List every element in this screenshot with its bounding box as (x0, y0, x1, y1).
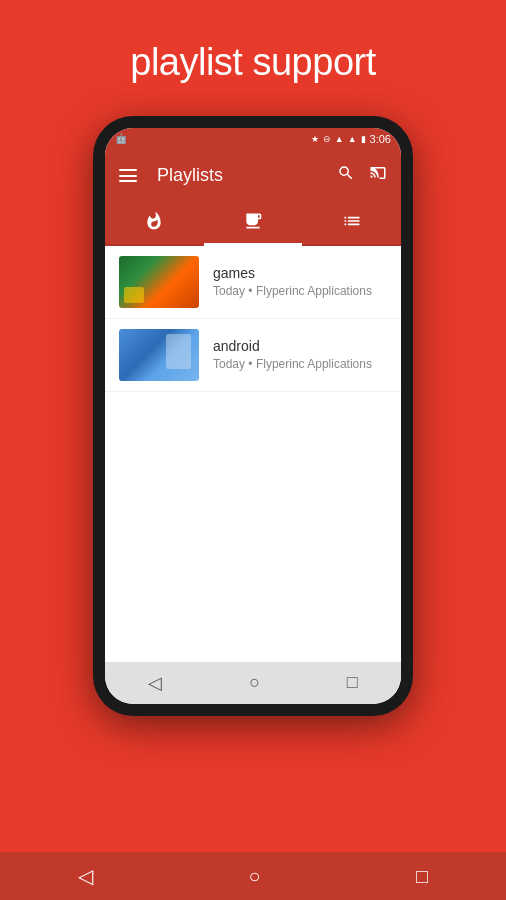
headline: playlist support (130, 40, 375, 86)
thumbnail-android (119, 329, 199, 381)
hamburger-menu-button[interactable] (119, 169, 137, 182)
playlist-item-android[interactable]: android Today • Flyperinc Applications (105, 319, 401, 392)
bottom-nav: ◁ ○ □ (105, 662, 401, 704)
item-subtitle-android: Today • Flyperinc Applications (213, 357, 372, 371)
fire-icon (144, 211, 164, 235)
recent-button[interactable]: □ (347, 672, 358, 693)
status-time: 3:06 (370, 133, 391, 145)
phone-wrapper: 🤖 ★ ⊖ ▲ ▲ ▮ 3:06 Playlists (93, 116, 413, 736)
item-title-android: android (213, 338, 372, 354)
status-left-icons: 🤖 (115, 133, 127, 144)
tab-playlists[interactable] (302, 202, 401, 244)
page-recent-button[interactable]: □ (416, 865, 428, 888)
playlist-item-games[interactable]: games Today • Flyperinc Applications (105, 246, 401, 319)
tab-bar (105, 202, 401, 246)
item-info-android: android Today • Flyperinc Applications (213, 338, 372, 371)
status-bar: 🤖 ★ ⊖ ▲ ▲ ▮ 3:06 (105, 128, 401, 150)
status-right-info: ★ ⊖ ▲ ▲ ▮ 3:06 (311, 133, 391, 145)
page-bottom-bar: ◁ ○ □ (0, 852, 506, 900)
cast-button[interactable] (369, 164, 387, 187)
battery-icon: ▮ (361, 134, 366, 144)
subscriptions-icon (243, 211, 263, 235)
app-bar-actions (337, 164, 387, 187)
thumbnail-games (119, 256, 199, 308)
do-not-disturb-icon: ⊖ (323, 134, 331, 144)
home-button[interactable]: ○ (249, 672, 260, 693)
page-home-button[interactable]: ○ (248, 865, 260, 888)
android-icon: 🤖 (115, 133, 127, 144)
app-bar-title: Playlists (157, 165, 337, 186)
bluetooth-icon: ★ (311, 134, 319, 144)
item-title-games: games (213, 265, 372, 281)
tab-trending[interactable] (105, 202, 204, 244)
wifi-icon: ▲ (335, 134, 344, 144)
item-info-games: games Today • Flyperinc Applications (213, 265, 372, 298)
search-button[interactable] (337, 164, 355, 187)
tab-subscriptions[interactable] (204, 202, 303, 244)
phone-screen: 🤖 ★ ⊖ ▲ ▲ ▮ 3:06 Playlists (105, 128, 401, 704)
back-button[interactable]: ◁ (148, 672, 162, 694)
app-bar: Playlists (105, 150, 401, 202)
playlist-content: games Today • Flyperinc Applications and… (105, 246, 401, 662)
item-subtitle-games: Today • Flyperinc Applications (213, 284, 372, 298)
page-back-button[interactable]: ◁ (78, 864, 93, 888)
signal-icon: ▲ (348, 134, 357, 144)
playlist-icon (342, 211, 362, 235)
phone-outer: 🤖 ★ ⊖ ▲ ▲ ▮ 3:06 Playlists (93, 116, 413, 716)
